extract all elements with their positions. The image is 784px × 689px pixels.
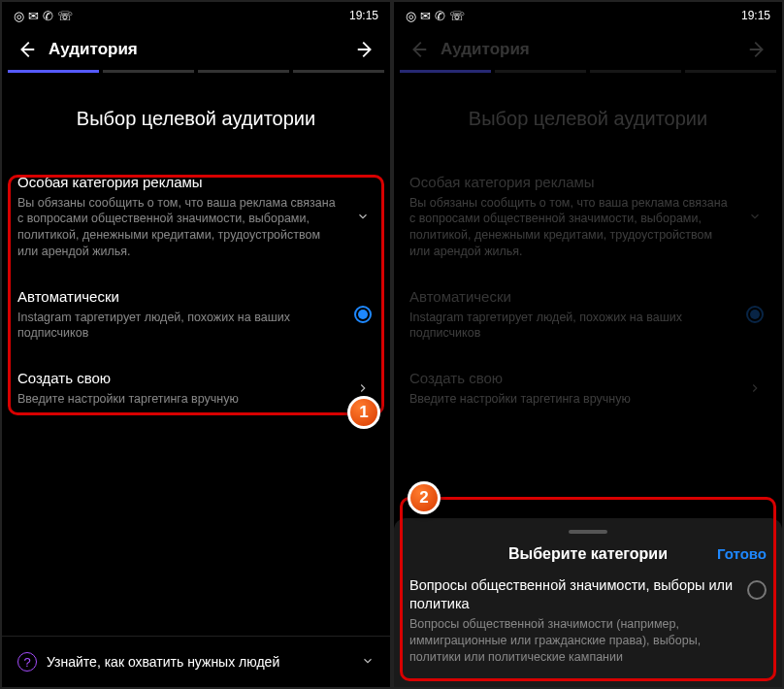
row-title: Автоматически [409, 287, 734, 307]
row-title: Создать свою [409, 369, 734, 388]
status-time: 19:15 [349, 9, 378, 22]
status-icon: ✆ [435, 9, 445, 23]
row-title: Автоматически [17, 287, 342, 307]
chevron-right-icon [351, 381, 375, 395]
row-title: Создать свою [17, 369, 342, 388]
row-sub: Введите настройки таргетинга вручную [17, 391, 342, 408]
row-title: Особая категория рекламы [409, 173, 734, 192]
footer-tip[interactable]: ? Узнайте, как охватить нужных людей [2, 636, 390, 687]
row-create-own[interactable]: Создать свою Введите настройки таргетинг… [2, 355, 390, 420]
page-title: Аудитория [441, 40, 747, 59]
heading: Выбор целевой аудитории [394, 79, 782, 159]
navbar: Аудитория [2, 29, 390, 70]
progress-steps [394, 70, 782, 79]
row-create-own: Создать свою Введите настройки таргетинг… [394, 355, 782, 420]
row-auto: Автоматически Instagram таргетирует люде… [394, 274, 782, 355]
forward-icon[interactable] [355, 39, 376, 60]
radio-selected [743, 306, 767, 323]
row-title: Особая категория рекламы [17, 173, 342, 192]
back-icon[interactable] [408, 39, 429, 60]
options-list: Особая категория рекламы Вы обязаны сооб… [394, 159, 782, 421]
chevron-right-icon [743, 381, 767, 395]
status-time: 19:15 [741, 9, 770, 22]
status-icon: ☏ [449, 9, 465, 23]
done-button[interactable]: Готово [717, 545, 767, 562]
sheet-option-sub: Вопросы общественной значимости (наприме… [409, 616, 737, 666]
radio-unselected[interactable] [747, 580, 767, 600]
row-sub: Вы обязаны сообщить о том, что ваша рекл… [409, 195, 734, 261]
row-sub: Введите настройки таргетинга вручную [409, 391, 734, 408]
sheet-option[interactable]: Вопросы общественной значимости, выборы … [409, 576, 767, 666]
chevron-down-icon [361, 654, 375, 671]
row-special-category[interactable]: Особая категория рекламы Вы обязаны сооб… [2, 159, 390, 274]
status-icon: ☏ [57, 9, 73, 23]
row-special-category: Особая категория рекламы Вы обязаны сооб… [394, 159, 782, 274]
page-title: Аудитория [49, 40, 355, 59]
status-icon: ✆ [43, 9, 53, 23]
row-sub: Вы обязаны сообщить о том, что ваша рекл… [17, 195, 342, 261]
step-badge-1: 1 [347, 396, 380, 429]
status-icon: ✉ [28, 9, 39, 23]
navbar: Аудитория [394, 29, 782, 70]
chevron-down-icon [351, 210, 375, 223]
status-icon: ◎ [406, 9, 416, 23]
status-icon: ◎ [14, 9, 24, 23]
status-bar: ◎ ✉ ✆ ☏ 19:15 [2, 2, 390, 29]
radio-selected[interactable] [351, 306, 375, 323]
back-icon[interactable] [16, 39, 37, 60]
row-sub: Instagram таргетирует людей, похожих на … [409, 310, 734, 343]
phone-right: ◎ ✉ ✆ ☏ 19:15 Аудитория Выбор целевой ау… [394, 2, 782, 687]
bottom-sheet: Выберите категории Готово Вопросы общест… [394, 518, 782, 687]
step-badge-2: 2 [408, 481, 441, 514]
options-list: Особая категория рекламы Вы обязаны сооб… [2, 159, 390, 421]
sheet-handle[interactable] [569, 530, 607, 534]
footer-tip-label: Узнайте, как охватить нужных людей [47, 654, 279, 670]
row-sub: Instagram таргетирует людей, похожих на … [17, 310, 342, 343]
help-icon: ? [17, 652, 37, 672]
progress-steps [2, 70, 390, 79]
chevron-down-icon [743, 210, 767, 223]
status-icon: ✉ [420, 9, 431, 23]
phone-left: ◎ ✉ ✆ ☏ 19:15 Аудитория Выбор целевой ау… [2, 2, 390, 687]
sheet-title: Выберите категории [508, 545, 668, 563]
forward-icon[interactable] [747, 39, 768, 60]
sheet-option-title: Вопросы общественной значимости, выборы … [409, 576, 737, 613]
heading: Выбор целевой аудитории [2, 79, 390, 159]
row-auto[interactable]: Автоматически Instagram таргетирует люде… [2, 274, 390, 355]
status-bar: ◎ ✉ ✆ ☏ 19:15 [394, 2, 782, 29]
